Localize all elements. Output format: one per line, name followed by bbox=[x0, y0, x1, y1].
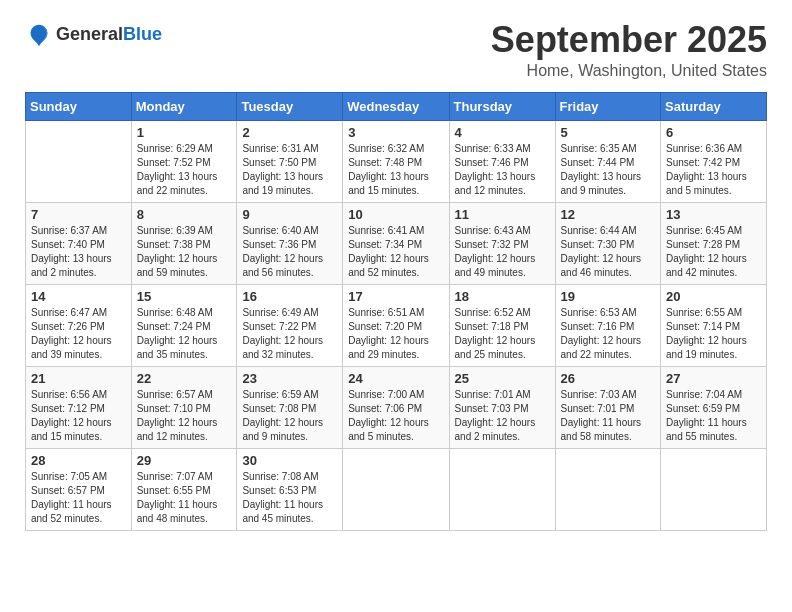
calendar-cell: 6Sunrise: 6:36 AM Sunset: 7:42 PM Daylig… bbox=[661, 120, 767, 202]
day-number: 3 bbox=[348, 125, 443, 140]
calendar-cell bbox=[661, 448, 767, 530]
weekday-header-monday: Monday bbox=[131, 92, 237, 120]
day-number: 28 bbox=[31, 453, 126, 468]
calendar-cell: 21Sunrise: 6:56 AM Sunset: 7:12 PM Dayli… bbox=[26, 366, 132, 448]
day-number: 7 bbox=[31, 207, 126, 222]
day-number: 21 bbox=[31, 371, 126, 386]
day-number: 1 bbox=[137, 125, 232, 140]
logo-text: GeneralBlue bbox=[56, 24, 162, 45]
day-info: Sunrise: 7:07 AM Sunset: 6:55 PM Dayligh… bbox=[137, 470, 232, 526]
day-info: Sunrise: 6:32 AM Sunset: 7:48 PM Dayligh… bbox=[348, 142, 443, 198]
weekday-header-tuesday: Tuesday bbox=[237, 92, 343, 120]
day-info: Sunrise: 6:52 AM Sunset: 7:18 PM Dayligh… bbox=[455, 306, 550, 362]
calendar-week-row: 28Sunrise: 7:05 AM Sunset: 6:57 PM Dayli… bbox=[26, 448, 767, 530]
day-info: Sunrise: 7:08 AM Sunset: 6:53 PM Dayligh… bbox=[242, 470, 337, 526]
day-number: 25 bbox=[455, 371, 550, 386]
day-number: 8 bbox=[137, 207, 232, 222]
day-number: 9 bbox=[242, 207, 337, 222]
day-number: 29 bbox=[137, 453, 232, 468]
day-info: Sunrise: 6:48 AM Sunset: 7:24 PM Dayligh… bbox=[137, 306, 232, 362]
calendar-cell: 2Sunrise: 6:31 AM Sunset: 7:50 PM Daylig… bbox=[237, 120, 343, 202]
day-info: Sunrise: 7:03 AM Sunset: 7:01 PM Dayligh… bbox=[561, 388, 656, 444]
day-info: Sunrise: 7:01 AM Sunset: 7:03 PM Dayligh… bbox=[455, 388, 550, 444]
day-info: Sunrise: 6:37 AM Sunset: 7:40 PM Dayligh… bbox=[31, 224, 126, 280]
day-info: Sunrise: 6:51 AM Sunset: 7:20 PM Dayligh… bbox=[348, 306, 443, 362]
day-number: 16 bbox=[242, 289, 337, 304]
day-info: Sunrise: 6:59 AM Sunset: 7:08 PM Dayligh… bbox=[242, 388, 337, 444]
day-number: 17 bbox=[348, 289, 443, 304]
day-info: Sunrise: 6:35 AM Sunset: 7:44 PM Dayligh… bbox=[561, 142, 656, 198]
calendar-table: SundayMondayTuesdayWednesdayThursdayFrid… bbox=[25, 92, 767, 531]
calendar-cell: 22Sunrise: 6:57 AM Sunset: 7:10 PM Dayli… bbox=[131, 366, 237, 448]
day-info: Sunrise: 6:40 AM Sunset: 7:36 PM Dayligh… bbox=[242, 224, 337, 280]
calendar-cell: 29Sunrise: 7:07 AM Sunset: 6:55 PM Dayli… bbox=[131, 448, 237, 530]
title-area: September 2025 Home, Washington, United … bbox=[491, 20, 767, 80]
day-number: 15 bbox=[137, 289, 232, 304]
day-info: Sunrise: 6:33 AM Sunset: 7:46 PM Dayligh… bbox=[455, 142, 550, 198]
day-info: Sunrise: 6:39 AM Sunset: 7:38 PM Dayligh… bbox=[137, 224, 232, 280]
day-number: 24 bbox=[348, 371, 443, 386]
day-info: Sunrise: 6:36 AM Sunset: 7:42 PM Dayligh… bbox=[666, 142, 761, 198]
calendar-cell: 12Sunrise: 6:44 AM Sunset: 7:30 PM Dayli… bbox=[555, 202, 661, 284]
logo: GeneralBlue bbox=[25, 20, 162, 48]
day-number: 11 bbox=[455, 207, 550, 222]
day-number: 27 bbox=[666, 371, 761, 386]
day-number: 19 bbox=[561, 289, 656, 304]
calendar-cell: 16Sunrise: 6:49 AM Sunset: 7:22 PM Dayli… bbox=[237, 284, 343, 366]
weekday-header-friday: Friday bbox=[555, 92, 661, 120]
day-number: 12 bbox=[561, 207, 656, 222]
day-info: Sunrise: 7:05 AM Sunset: 6:57 PM Dayligh… bbox=[31, 470, 126, 526]
day-number: 10 bbox=[348, 207, 443, 222]
day-number: 2 bbox=[242, 125, 337, 140]
calendar-week-row: 14Sunrise: 6:47 AM Sunset: 7:26 PM Dayli… bbox=[26, 284, 767, 366]
day-number: 26 bbox=[561, 371, 656, 386]
calendar-cell: 26Sunrise: 7:03 AM Sunset: 7:01 PM Dayli… bbox=[555, 366, 661, 448]
calendar-cell: 3Sunrise: 6:32 AM Sunset: 7:48 PM Daylig… bbox=[343, 120, 449, 202]
day-number: 4 bbox=[455, 125, 550, 140]
calendar-cell bbox=[555, 448, 661, 530]
calendar-week-row: 1Sunrise: 6:29 AM Sunset: 7:52 PM Daylig… bbox=[26, 120, 767, 202]
weekday-header-row: SundayMondayTuesdayWednesdayThursdayFrid… bbox=[26, 92, 767, 120]
calendar-cell: 23Sunrise: 6:59 AM Sunset: 7:08 PM Dayli… bbox=[237, 366, 343, 448]
page-header: GeneralBlue September 2025 Home, Washing… bbox=[25, 20, 767, 80]
day-info: Sunrise: 6:55 AM Sunset: 7:14 PM Dayligh… bbox=[666, 306, 761, 362]
calendar-cell: 19Sunrise: 6:53 AM Sunset: 7:16 PM Dayli… bbox=[555, 284, 661, 366]
calendar-cell bbox=[343, 448, 449, 530]
weekday-header-saturday: Saturday bbox=[661, 92, 767, 120]
calendar-cell: 15Sunrise: 6:48 AM Sunset: 7:24 PM Dayli… bbox=[131, 284, 237, 366]
day-info: Sunrise: 6:56 AM Sunset: 7:12 PM Dayligh… bbox=[31, 388, 126, 444]
subtitle: Home, Washington, United States bbox=[491, 62, 767, 80]
weekday-header-sunday: Sunday bbox=[26, 92, 132, 120]
weekday-header-thursday: Thursday bbox=[449, 92, 555, 120]
day-number: 30 bbox=[242, 453, 337, 468]
day-info: Sunrise: 6:53 AM Sunset: 7:16 PM Dayligh… bbox=[561, 306, 656, 362]
calendar-cell: 27Sunrise: 7:04 AM Sunset: 6:59 PM Dayli… bbox=[661, 366, 767, 448]
day-number: 23 bbox=[242, 371, 337, 386]
day-info: Sunrise: 6:43 AM Sunset: 7:32 PM Dayligh… bbox=[455, 224, 550, 280]
calendar-cell: 11Sunrise: 6:43 AM Sunset: 7:32 PM Dayli… bbox=[449, 202, 555, 284]
day-info: Sunrise: 6:47 AM Sunset: 7:26 PM Dayligh… bbox=[31, 306, 126, 362]
day-number: 6 bbox=[666, 125, 761, 140]
day-number: 20 bbox=[666, 289, 761, 304]
day-number: 13 bbox=[666, 207, 761, 222]
weekday-header-wednesday: Wednesday bbox=[343, 92, 449, 120]
calendar-week-row: 21Sunrise: 6:56 AM Sunset: 7:12 PM Dayli… bbox=[26, 366, 767, 448]
day-info: Sunrise: 6:45 AM Sunset: 7:28 PM Dayligh… bbox=[666, 224, 761, 280]
day-number: 18 bbox=[455, 289, 550, 304]
calendar-cell bbox=[449, 448, 555, 530]
calendar-cell: 14Sunrise: 6:47 AM Sunset: 7:26 PM Dayli… bbox=[26, 284, 132, 366]
day-info: Sunrise: 6:31 AM Sunset: 7:50 PM Dayligh… bbox=[242, 142, 337, 198]
calendar-cell: 30Sunrise: 7:08 AM Sunset: 6:53 PM Dayli… bbox=[237, 448, 343, 530]
calendar-cell: 17Sunrise: 6:51 AM Sunset: 7:20 PM Dayli… bbox=[343, 284, 449, 366]
calendar-cell: 7Sunrise: 6:37 AM Sunset: 7:40 PM Daylig… bbox=[26, 202, 132, 284]
logo-icon bbox=[25, 20, 53, 48]
day-info: Sunrise: 6:41 AM Sunset: 7:34 PM Dayligh… bbox=[348, 224, 443, 280]
calendar-cell: 13Sunrise: 6:45 AM Sunset: 7:28 PM Dayli… bbox=[661, 202, 767, 284]
calendar-cell: 1Sunrise: 6:29 AM Sunset: 7:52 PM Daylig… bbox=[131, 120, 237, 202]
calendar-week-row: 7Sunrise: 6:37 AM Sunset: 7:40 PM Daylig… bbox=[26, 202, 767, 284]
day-number: 5 bbox=[561, 125, 656, 140]
calendar-cell: 9Sunrise: 6:40 AM Sunset: 7:36 PM Daylig… bbox=[237, 202, 343, 284]
calendar-cell bbox=[26, 120, 132, 202]
day-info: Sunrise: 6:49 AM Sunset: 7:22 PM Dayligh… bbox=[242, 306, 337, 362]
month-title: September 2025 bbox=[491, 20, 767, 60]
